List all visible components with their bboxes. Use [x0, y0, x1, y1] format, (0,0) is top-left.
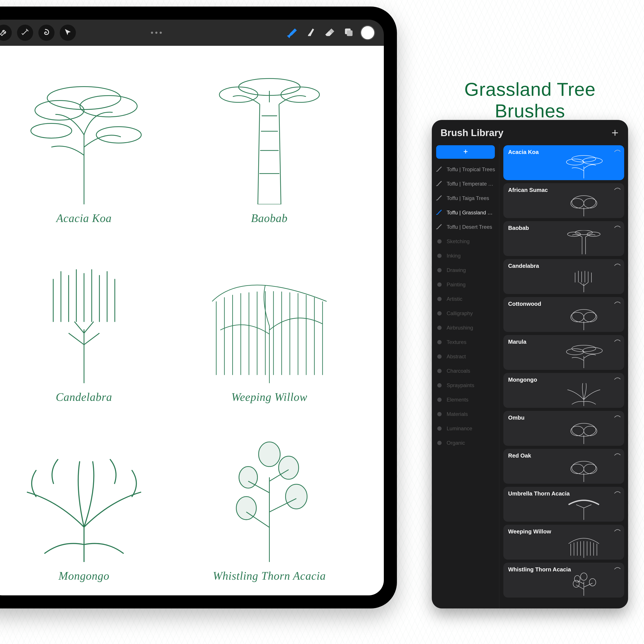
ipad-frame: Acacia Koa Baobab	[0, 7, 397, 608]
eraser-tool[interactable]	[323, 26, 336, 39]
svg-point-22	[437, 340, 442, 344]
brush-stroke-icon	[614, 225, 621, 229]
brush-set-item[interactable]: Abstract	[432, 349, 499, 364]
brush-set-item[interactable]: Toffu | Grassland Trees	[432, 205, 499, 220]
brush-item[interactable]: Ombu	[503, 411, 624, 446]
svg-point-25	[437, 383, 442, 388]
toolbar-left-group	[0, 25, 162, 41]
brush-item[interactable]: Acacia Koa	[503, 145, 624, 180]
brush-set-item[interactable]: Artistic	[432, 292, 499, 306]
brush-set-icon	[436, 209, 443, 216]
add-set-button[interactable]	[436, 145, 495, 159]
selection-button[interactable]	[38, 25, 55, 41]
brush-item[interactable]: Cottonwood	[503, 297, 624, 332]
brush-set-item[interactable]: Toffu | Taiga Trees	[432, 191, 499, 205]
add-brush-button[interactable]	[611, 128, 619, 137]
brush-set-item[interactable]: Sketching	[432, 234, 499, 249]
tree-label: Weeping Willow	[231, 391, 307, 403]
svg-point-49	[571, 464, 584, 474]
brush-set-item[interactable]: Spraypaints	[432, 378, 499, 393]
smudge-tool[interactable]	[304, 26, 318, 39]
brush-set-label: Abstract	[447, 354, 495, 360]
brush-library-panel: Brush Library Toffu | Tropical Trees Tof…	[432, 120, 628, 608]
brush-set-item[interactable]: Calligraphy	[432, 306, 499, 321]
tree-cell-baobab: Baobab	[181, 59, 358, 225]
brush-item[interactable]: Red Oak	[503, 449, 624, 484]
svg-point-6	[96, 127, 141, 143]
brush-icon	[286, 27, 298, 39]
svg-point-7	[219, 87, 258, 102]
canvas[interactable]: Acacia Koa Baobab	[0, 46, 384, 595]
brush-set-icon	[436, 295, 443, 303]
layers-tool[interactable]	[342, 26, 355, 39]
brush-set-item[interactable]: Elements	[432, 393, 499, 407]
brush-set-label: Calligraphy	[447, 310, 495, 316]
adjustments-button[interactable]	[17, 25, 33, 41]
layers-icon	[343, 27, 354, 39]
tree-illustration	[181, 238, 358, 383]
brush-set-item[interactable]: Textures	[432, 335, 499, 349]
tree-cell-acacia-koa: Acacia Koa	[0, 59, 172, 225]
svg-point-12	[239, 466, 258, 488]
brush-set-label: Luminance	[447, 425, 495, 432]
tree-cell-mongongo: Mongongo	[0, 417, 172, 582]
svg-point-21	[437, 326, 442, 330]
brush-set-icon	[436, 353, 443, 360]
brush-set-item[interactable]: Airbrushing	[432, 321, 499, 335]
svg-point-35	[584, 198, 597, 208]
brush-set-icon	[436, 425, 443, 432]
brush-set-label: Elements	[447, 397, 495, 403]
brush-set-icon	[436, 238, 443, 245]
brush-set-item[interactable]: Inking	[432, 249, 499, 263]
svg-point-40	[571, 312, 584, 322]
brush-item[interactable]: African Sumac	[503, 183, 624, 218]
svg-point-5	[31, 123, 72, 138]
color-swatch[interactable]	[360, 25, 375, 40]
transform-button[interactable]	[60, 25, 76, 41]
ipad-screen: Acacia Koa Baobab	[0, 20, 384, 595]
smudge-icon	[305, 27, 316, 39]
brush-set-label: Toffu | Tropical Trees	[447, 166, 495, 173]
svg-point-11	[285, 484, 307, 509]
svg-point-23	[437, 354, 442, 359]
brush-tool[interactable]	[285, 26, 299, 39]
brush-item[interactable]: Baobab	[503, 221, 624, 256]
brush-set-label: Airbrushing	[447, 325, 495, 331]
brush-item[interactable]: Weeping Willow	[503, 525, 624, 560]
brush-set-icon	[436, 166, 443, 173]
brush-set-item[interactable]: Luminance	[432, 421, 499, 436]
brush-set-item[interactable]: Toffu | Temperate Tre…	[432, 177, 499, 191]
gallery-actions-button[interactable]	[0, 25, 12, 41]
brush-item[interactable]: Umbrella Thorn Acacia	[503, 487, 624, 522]
brush-set-item[interactable]: Materials	[432, 407, 499, 421]
svg-point-50	[584, 464, 597, 474]
brush-set-item[interactable]: Toffu | Desert Trees	[432, 220, 499, 234]
svg-point-4	[47, 87, 121, 109]
brush-set-label: Toffu | Grassland Trees	[447, 210, 495, 216]
brush-item[interactable]: Mongongo	[503, 373, 624, 408]
svg-point-19	[437, 297, 442, 301]
svg-point-28	[437, 426, 442, 431]
brush-set-icon	[436, 439, 443, 447]
svg-point-13	[278, 456, 299, 479]
brush-set-icon	[436, 281, 443, 288]
brush-item[interactable]: Whistling Thorn Acacia	[503, 563, 624, 598]
brush-set-item[interactable]: Charcoals	[432, 364, 499, 378]
brush-set-item[interactable]: Organic	[432, 436, 499, 450]
brush-thumbnail	[557, 344, 611, 368]
brush-set-item[interactable]: Toffu | Tropical Trees	[432, 162, 499, 177]
svg-point-29	[437, 441, 442, 445]
svg-point-27	[437, 412, 442, 416]
brush-set-item[interactable]: Drawing	[432, 263, 499, 277]
brush-set-item[interactable]: Painting	[432, 277, 499, 292]
brush-set-label: Sketching	[447, 238, 495, 244]
brush-set-icon	[436, 310, 443, 317]
brush-item[interactable]: Marula	[503, 335, 624, 370]
brush-set-icon	[436, 338, 443, 346]
svg-point-24	[437, 369, 442, 373]
tree-illustration	[0, 238, 172, 383]
brush-item[interactable]: Candelabra	[503, 259, 624, 294]
more-dots-icon[interactable]	[151, 32, 162, 34]
brush-set-icon	[436, 382, 443, 389]
svg-point-52	[589, 579, 596, 586]
